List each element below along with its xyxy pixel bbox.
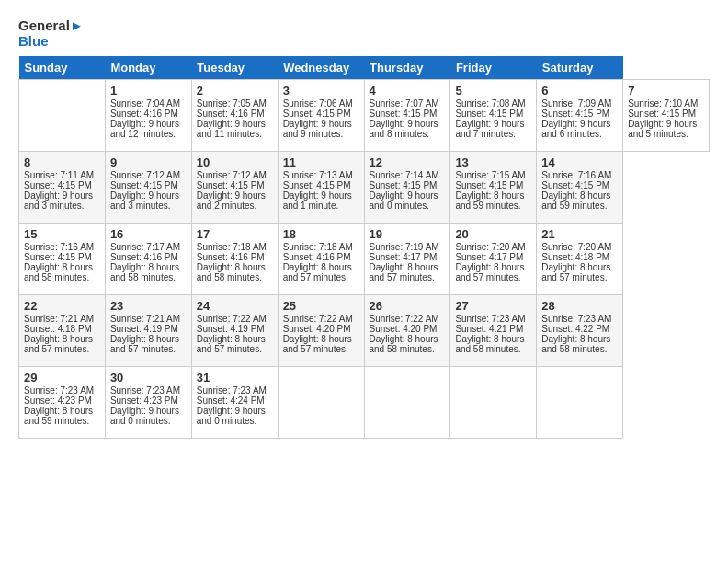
- day-header: Thursday: [364, 56, 450, 80]
- sunset-text: Sunset: 4:16 PM: [110, 109, 178, 119]
- daylight-text: Daylight: 9 hours and 3 minutes.: [24, 190, 93, 211]
- sunrise-text: Sunrise: 7:07 AM: [370, 98, 439, 109]
- daylight-text: Daylight: 8 hours and 57 minutes.: [283, 334, 352, 354]
- sunrise-text: Sunrise: 7:21 AM: [24, 314, 94, 324]
- calendar-week-row: 22Sunrise: 7:21 AMSunset: 4:18 PMDayligh…: [19, 295, 710, 367]
- day-number: 2: [197, 84, 273, 98]
- calendar-week-row: 29Sunrise: 7:23 AMSunset: 4:23 PMDayligh…: [19, 367, 710, 439]
- day-number: 5: [455, 84, 531, 98]
- sunset-text: Sunset: 4:15 PM: [541, 180, 609, 190]
- sunrise-text: Sunrise: 7:22 AM: [283, 314, 353, 324]
- sunrise-text: Sunrise: 7:19 AM: [370, 242, 439, 252]
- calendar-cell: 18Sunrise: 7:18 AMSunset: 4:16 PMDayligh…: [278, 224, 364, 295]
- calendar-cell: 7Sunrise: 7:10 AMSunset: 4:15 PMDaylight…: [623, 80, 710, 152]
- day-number: 1: [110, 84, 187, 98]
- daylight-text: Daylight: 8 hours and 58 minutes.: [110, 262, 179, 282]
- calendar-cell: 11Sunrise: 7:13 AMSunset: 4:15 PMDayligh…: [278, 152, 364, 224]
- daylight-text: Daylight: 9 hours and 11 minutes.: [197, 119, 266, 139]
- day-number: 11: [283, 155, 359, 169]
- sunset-text: Sunset: 4:15 PM: [110, 180, 178, 190]
- calendar-cell: [450, 367, 537, 439]
- sunrise-text: Sunrise: 7:11 AM: [24, 170, 94, 180]
- sunrise-text: Sunrise: 7:23 AM: [455, 314, 525, 324]
- sunset-text: Sunset: 4:15 PM: [370, 109, 438, 119]
- sunrise-text: Sunrise: 7:16 AM: [24, 242, 94, 252]
- sunset-text: Sunset: 4:17 PM: [370, 252, 438, 262]
- sunset-text: Sunset: 4:15 PM: [24, 180, 92, 190]
- sunset-text: Sunset: 4:19 PM: [110, 324, 178, 334]
- header: General► Blue: [18, 15, 710, 49]
- daylight-text: Daylight: 8 hours and 58 minutes.: [370, 334, 438, 354]
- calendar-cell: 26Sunrise: 7:22 AMSunset: 4:20 PMDayligh…: [364, 295, 450, 367]
- daylight-text: Daylight: 8 hours and 57 minutes.: [197, 334, 266, 354]
- daylight-text: Daylight: 9 hours and 5 minutes.: [628, 119, 697, 139]
- daylight-text: Daylight: 9 hours and 7 minutes.: [455, 119, 524, 139]
- sunrise-text: Sunrise: 7:23 AM: [110, 385, 180, 396]
- calendar-cell: [537, 367, 623, 439]
- day-number: 8: [24, 155, 100, 169]
- sunset-text: Sunset: 4:23 PM: [110, 396, 178, 406]
- daylight-text: Daylight: 9 hours and 8 minutes.: [370, 119, 438, 139]
- daylight-text: Daylight: 8 hours and 57 minutes.: [110, 334, 179, 354]
- calendar-cell: 1Sunrise: 7:04 AMSunset: 4:16 PMDaylight…: [105, 80, 191, 152]
- calendar-cell: 21Sunrise: 7:20 AMSunset: 4:18 PMDayligh…: [537, 224, 623, 295]
- sunset-text: Sunset: 4:19 PM: [197, 324, 265, 334]
- logo: General► Blue: [18, 18, 84, 49]
- logo-text-general: General►: [18, 18, 84, 34]
- calendar-cell: 14Sunrise: 7:16 AMSunset: 4:15 PMDayligh…: [537, 152, 623, 224]
- sunset-text: Sunset: 4:15 PM: [455, 180, 523, 190]
- calendar-cell: 17Sunrise: 7:18 AMSunset: 4:16 PMDayligh…: [191, 224, 278, 295]
- sunset-text: Sunset: 4:17 PM: [455, 252, 523, 262]
- daylight-text: Daylight: 8 hours and 58 minutes.: [541, 334, 610, 354]
- daylight-text: Daylight: 8 hours and 58 minutes.: [455, 334, 524, 354]
- day-number: 22: [24, 299, 100, 313]
- sunrise-text: Sunrise: 7:05 AM: [197, 98, 267, 109]
- day-number: 24: [197, 299, 273, 313]
- sunset-text: Sunset: 4:21 PM: [455, 324, 523, 334]
- sunset-text: Sunset: 4:15 PM: [541, 109, 609, 119]
- day-number: 27: [455, 299, 531, 313]
- sunrise-text: Sunrise: 7:18 AM: [197, 242, 267, 252]
- sunset-text: Sunset: 4:15 PM: [370, 180, 438, 190]
- calendar-cell: 19Sunrise: 7:19 AMSunset: 4:17 PMDayligh…: [364, 224, 450, 295]
- day-number: 29: [24, 371, 100, 385]
- daylight-text: Daylight: 9 hours and 3 minutes.: [110, 190, 179, 211]
- calendar-cell: 5Sunrise: 7:08 AMSunset: 4:15 PMDaylight…: [450, 80, 537, 152]
- sunrise-text: Sunrise: 7:20 AM: [455, 242, 525, 252]
- sunset-text: Sunset: 4:16 PM: [283, 252, 351, 262]
- sunrise-text: Sunrise: 7:13 AM: [283, 170, 353, 180]
- day-header: Monday: [105, 56, 191, 80]
- calendar-week-row: 8Sunrise: 7:11 AMSunset: 4:15 PMDaylight…: [19, 152, 710, 224]
- sunset-text: Sunset: 4:20 PM: [370, 324, 438, 334]
- day-number: 26: [370, 299, 446, 313]
- calendar-cell: [278, 367, 364, 439]
- day-number: 31: [197, 371, 273, 385]
- day-number: 25: [283, 299, 359, 313]
- logo-text-blue: Blue: [18, 34, 84, 50]
- calendar-cell: 28Sunrise: 7:23 AMSunset: 4:22 PMDayligh…: [537, 295, 623, 367]
- sunset-text: Sunset: 4:22 PM: [541, 324, 609, 334]
- sunrise-text: Sunrise: 7:18 AM: [283, 242, 353, 252]
- day-header: Saturday: [537, 56, 623, 80]
- day-number: 7: [628, 84, 704, 98]
- calendar-cell: 16Sunrise: 7:17 AMSunset: 4:16 PMDayligh…: [105, 224, 191, 295]
- day-header: Tuesday: [191, 56, 278, 80]
- calendar-cell: 23Sunrise: 7:21 AMSunset: 4:19 PMDayligh…: [105, 295, 191, 367]
- daylight-text: Daylight: 8 hours and 58 minutes.: [24, 262, 93, 282]
- sunrise-text: Sunrise: 7:23 AM: [197, 385, 267, 396]
- day-number: 4: [370, 84, 446, 98]
- calendar-cell: 27Sunrise: 7:23 AMSunset: 4:21 PMDayligh…: [450, 295, 537, 367]
- sunrise-text: Sunrise: 7:08 AM: [455, 98, 525, 109]
- sunrise-text: Sunrise: 7:14 AM: [370, 170, 439, 180]
- sunrise-text: Sunrise: 7:21 AM: [110, 314, 180, 324]
- sunset-text: Sunset: 4:15 PM: [283, 109, 351, 119]
- sunset-text: Sunset: 4:20 PM: [283, 324, 351, 334]
- day-number: 3: [283, 84, 359, 98]
- day-number: 19: [370, 227, 446, 241]
- sunrise-text: Sunrise: 7:04 AM: [110, 98, 180, 109]
- sunset-text: Sunset: 4:23 PM: [24, 396, 92, 406]
- calendar-cell: 12Sunrise: 7:14 AMSunset: 4:15 PMDayligh…: [364, 152, 450, 224]
- day-number: 9: [110, 155, 187, 169]
- day-number: 20: [455, 227, 531, 241]
- daylight-text: Daylight: 9 hours and 6 minutes.: [541, 119, 610, 139]
